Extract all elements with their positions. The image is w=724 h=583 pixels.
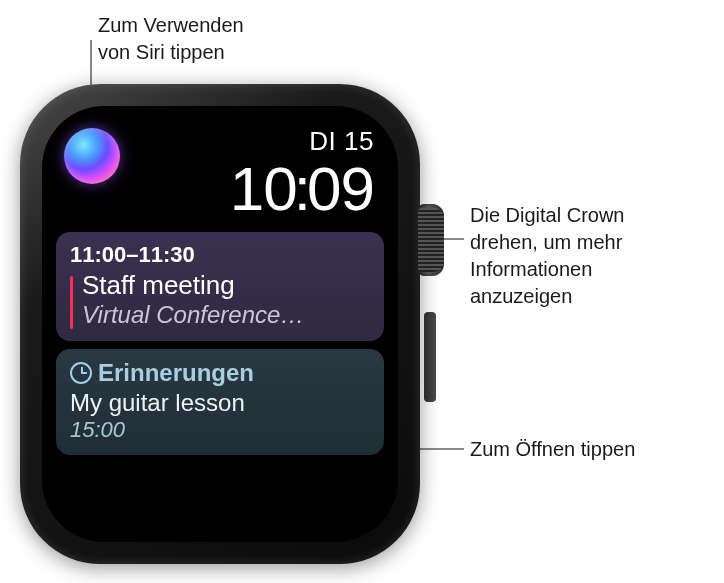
reminder-item-time: 15:00 <box>70 417 370 443</box>
siri-icon[interactable] <box>64 128 120 184</box>
calendar-card[interactable]: 11:00–11:30 Staff meeting Virtual Confer… <box>56 232 384 341</box>
digital-crown[interactable] <box>418 204 444 276</box>
calendar-accent-bar <box>70 276 73 329</box>
reminders-header: Erinnerungen <box>70 359 370 387</box>
side-button[interactable] <box>424 312 436 402</box>
calendar-event-title: Staff meeting <box>82 270 370 301</box>
clock-icon <box>70 362 92 384</box>
calendar-event-location: Virtual Conference… <box>82 301 370 329</box>
apple-watch: DI 15 10:09 11:00–11:30 Staff meeting Vi… <box>20 84 430 574</box>
calendar-time-range: 11:00–11:30 <box>70 242 370 268</box>
watch-top-row: DI 15 10:09 <box>56 124 384 224</box>
reminders-card[interactable]: Erinnerungen My guitar lesson 15:00 <box>56 349 384 455</box>
datetime-block: DI 15 10:09 <box>230 124 374 224</box>
callout-crown: Die Digital Crown drehen, um mehr Inform… <box>470 202 625 310</box>
time-minutes: 09 <box>307 154 374 223</box>
time-hours: 10 <box>230 154 297 223</box>
watch-screen: DI 15 10:09 11:00–11:30 Staff meeting Vi… <box>42 106 398 542</box>
callout-siri-text: Zum Verwenden von Siri tippen <box>98 14 244 63</box>
time-label[interactable]: 10:09 <box>230 153 374 224</box>
callout-crown-text: Die Digital Crown drehen, um mehr Inform… <box>470 204 625 307</box>
callout-open-text: Zum Öffnen tippen <box>470 438 635 460</box>
reminders-title: Erinnerungen <box>98 359 254 387</box>
callout-open: Zum Öffnen tippen <box>470 436 635 463</box>
callout-siri: Zum Verwenden von Siri tippen <box>98 12 244 66</box>
cards-list: 11:00–11:30 Staff meeting Virtual Confer… <box>56 232 384 455</box>
reminder-item-text: My guitar lesson <box>70 389 370 417</box>
